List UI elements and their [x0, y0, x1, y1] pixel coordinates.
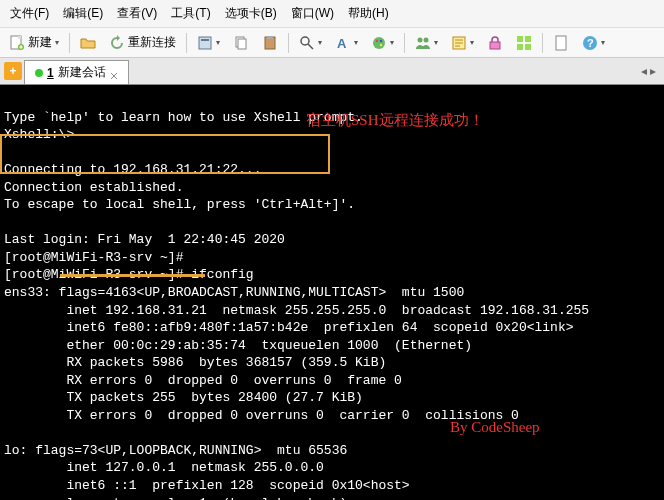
chevron-down-icon: ▾	[318, 38, 322, 47]
separator	[542, 33, 543, 53]
find-button[interactable]: ▾	[294, 32, 327, 54]
menu-tabs[interactable]: 选项卡(B)	[219, 3, 283, 24]
tab-scroll-arrows[interactable]: ◂ ▸	[633, 64, 664, 78]
new-tab-button[interactable]: +	[4, 62, 22, 80]
connection-status-icon	[35, 69, 43, 77]
separator	[404, 33, 405, 53]
users-button[interactable]: ▾	[410, 32, 443, 54]
tile-icon	[516, 35, 532, 51]
svg-point-12	[376, 39, 378, 41]
terminal-line: Connection established.	[4, 180, 183, 195]
chevron-down-icon: ▾	[434, 38, 438, 47]
paste-icon	[262, 35, 278, 51]
annotation-box	[0, 134, 330, 174]
svg-rect-4	[201, 39, 209, 41]
help-icon: ?	[582, 35, 598, 51]
terminal-line: loop txqueuelen 1 (Local Loopback)	[4, 496, 347, 500]
menu-tools[interactable]: 工具(T)	[165, 3, 216, 24]
terminal-line: To escape to local shell, press 'Ctrl+Al…	[4, 197, 355, 212]
menu-bar: 文件(F) 编辑(E) 查看(V) 工具(T) 选项卡(B) 窗口(W) 帮助(…	[0, 0, 664, 28]
terminal-line: lo: flags=73<UP,LOOPBACK,RUNNING> mtu 65…	[4, 443, 347, 458]
terminal-output[interactable]: Type `help' to learn how to use Xshell p…	[0, 85, 664, 500]
svg-text:A: A	[337, 36, 347, 51]
separator	[288, 33, 289, 53]
separator	[186, 33, 187, 53]
menu-window[interactable]: 窗口(W)	[285, 3, 340, 24]
open-button[interactable]	[75, 32, 101, 54]
paste-button[interactable]	[257, 32, 283, 54]
svg-rect-6	[238, 39, 246, 49]
svg-point-13	[380, 39, 382, 41]
users-icon	[415, 35, 431, 51]
copy-icon	[233, 35, 249, 51]
svg-rect-21	[517, 44, 523, 50]
terminal-line: TX packets 255 bytes 28400 (27.7 KiB)	[4, 390, 363, 405]
properties-button[interactable]: ▾	[192, 32, 225, 54]
script-button[interactable]: ▾	[446, 32, 479, 54]
terminal-line: RX packets 5986 bytes 368157 (359.5 KiB)	[4, 355, 386, 370]
chevron-down-icon: ▾	[390, 38, 394, 47]
new-button-label: 新建	[28, 34, 52, 51]
menu-edit[interactable]: 编辑(E)	[57, 3, 109, 24]
svg-point-11	[373, 37, 385, 49]
help-button[interactable]: ?▾	[577, 32, 610, 54]
chevron-down-icon: ▾	[216, 38, 220, 47]
terminal-line: [root@MiWiFi-R3-srv ~]#	[4, 250, 183, 265]
menu-file[interactable]: 文件(F)	[4, 3, 55, 24]
font-button[interactable]: A▾	[330, 32, 363, 54]
svg-rect-23	[556, 36, 566, 50]
svg-rect-3	[199, 37, 211, 49]
tab-bar: + 1 新建会话 ◂ ▸	[0, 58, 664, 85]
annotation-underline	[60, 274, 205, 277]
annotation-success: 宿主机SSH远程连接成功！	[306, 110, 484, 130]
page-icon	[553, 35, 569, 51]
properties-icon	[197, 35, 213, 51]
folder-open-icon	[80, 35, 96, 51]
svg-point-16	[424, 37, 429, 42]
lock-button[interactable]	[482, 32, 508, 54]
annotation-credit: By CodeSheep	[450, 417, 540, 437]
svg-rect-19	[517, 36, 523, 42]
terminal-line: inet 192.168.31.21 netmask 255.255.255.0…	[4, 303, 589, 318]
svg-point-9	[301, 37, 309, 45]
copy-button[interactable]	[228, 32, 254, 54]
chevron-down-icon: ▾	[601, 38, 605, 47]
svg-rect-20	[525, 36, 531, 42]
tab-session-1[interactable]: 1 新建会话	[24, 60, 129, 84]
font-icon: A	[335, 35, 351, 51]
new-file-icon	[9, 35, 25, 51]
new-button[interactable]: 新建 ▾	[4, 31, 64, 54]
reconnect-button[interactable]: 重新连接	[104, 31, 181, 54]
svg-rect-1	[18, 36, 21, 39]
terminal-line: Last login: Fri May 1 22:40:45 2020	[4, 232, 285, 247]
reconnect-icon	[109, 35, 125, 51]
prev-button[interactable]	[548, 32, 574, 54]
svg-rect-18	[490, 42, 500, 49]
svg-rect-22	[525, 44, 531, 50]
palette-icon	[371, 35, 387, 51]
search-icon	[299, 35, 315, 51]
terminal-line: inet6 ::1 prefixlen 128 scopeid 0x10<hos…	[4, 478, 410, 493]
terminal-line: inet 127.0.0.1 netmask 255.0.0.0	[4, 460, 324, 475]
terminal-line: ens33: flags=4163<UP,BROADCAST,RUNNING,M…	[4, 285, 464, 300]
svg-text:?: ?	[587, 37, 594, 49]
color-button[interactable]: ▾	[366, 32, 399, 54]
terminal-line: inet6 fe80::afb9:480f:1a57:b42e prefixle…	[4, 320, 574, 335]
close-icon[interactable]	[110, 69, 118, 77]
chevron-down-icon: ▾	[55, 38, 59, 47]
tile-button[interactable]	[511, 32, 537, 54]
terminal-line: TX errors 0 dropped 0 overruns 0 carrier…	[4, 408, 519, 423]
separator	[69, 33, 70, 53]
chevron-down-icon: ▾	[354, 38, 358, 47]
menu-view[interactable]: 查看(V)	[111, 3, 163, 24]
terminal-line: RX errors 0 dropped 0 overruns 0 frame 0	[4, 373, 402, 388]
chevron-down-icon: ▾	[470, 38, 474, 47]
tab-label: 新建会话	[58, 64, 106, 81]
toolbar: 新建 ▾ 重新连接 ▾ ▾ A▾ ▾ ▾ ▾ ?▾	[0, 28, 664, 58]
terminal-line: ether 00:0c:29:ab:35:74 txqueuelen 1000 …	[4, 338, 472, 353]
tab-number: 1	[47, 66, 54, 80]
menu-help[interactable]: 帮助(H)	[342, 3, 395, 24]
svg-point-15	[418, 37, 423, 42]
lock-icon	[487, 35, 503, 51]
svg-rect-8	[267, 36, 273, 39]
